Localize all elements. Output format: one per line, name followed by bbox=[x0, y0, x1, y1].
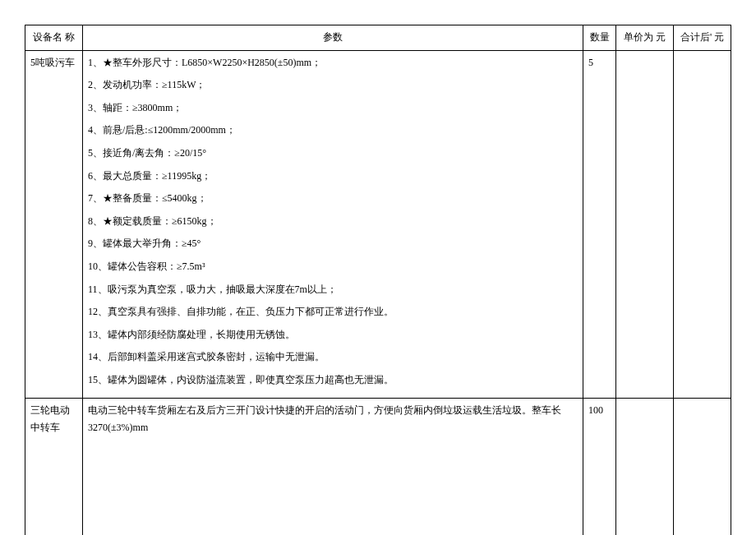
equipment-unit-price bbox=[616, 50, 674, 398]
param-line: 12、真空泵具有强排、自排功能，在正、负压力下都可正常进行作业。 bbox=[88, 303, 578, 321]
equipment-total bbox=[674, 398, 731, 535]
header-name: 设备名 称 bbox=[25, 25, 83, 51]
param-line: 10、罐体公告容积：≥7.5m³ bbox=[88, 258, 578, 276]
equipment-qty: 5 bbox=[583, 50, 616, 398]
equipment-params: 电动三轮中转车货厢左右及后方三开门设计快捷的开启的活动门，方便向货厢内倒垃圾运载… bbox=[83, 398, 583, 535]
param-line: 8、★额定载质量：≥6150kg； bbox=[88, 213, 578, 231]
equipment-table: 设备名 称 参数 数量 单价为 元 合计后' 元 5吨吸污车 1、★整车外形尺寸… bbox=[25, 25, 731, 535]
param-line-top: 电动三轮中转车货厢左右及后方三开门设计快捷的开启的活动门，方便向货厢内倒垃圾运载… bbox=[88, 402, 578, 437]
param-line: 7、★整备质量：≤5400kg； bbox=[88, 190, 578, 208]
param-line: 4、前悬/后悬:≤1200mm/2000mm； bbox=[88, 122, 578, 140]
table-row: 5吨吸污车 1、★整车外形尺寸：L6850×W2250×H2850(±50)mm… bbox=[25, 50, 731, 398]
param-line: 6、最大总质量：≥11995kg； bbox=[88, 168, 578, 186]
header-total: 合计后' 元 bbox=[674, 25, 731, 51]
param-line: 15、罐体为圆罐体，内设防溢流装置，即使真空泵压力超高也无泄漏。 bbox=[88, 371, 578, 390]
spacer bbox=[88, 442, 578, 535]
param-line: 2、发动机功率：≥115kW； bbox=[88, 76, 578, 95]
param-line: 1、★整车外形尺寸：L6850×W2250×H2850(±50)mm； bbox=[88, 54, 578, 72]
header-params: 参数 bbox=[83, 25, 583, 51]
param-line: 3、轴距：≥3800mm； bbox=[88, 99, 578, 118]
equipment-total bbox=[674, 50, 731, 398]
param-line: 11、吸污泵为真空泵，吸力大，抽吸最大深度在7m以上； bbox=[88, 281, 578, 299]
param-line: 13、罐体内部须经防腐处理，长期使用无锈蚀。 bbox=[88, 326, 578, 344]
table-row: 三轮电动中转车 电动三轮中转车货厢左右及后方三开门设计快捷的开启的活动门，方便向… bbox=[25, 398, 731, 535]
header-unit-price: 单价为 元 bbox=[616, 25, 674, 51]
equipment-unit-price bbox=[616, 398, 674, 535]
equipment-name: 5吨吸污车 bbox=[25, 50, 83, 398]
equipment-qty: 100 bbox=[583, 398, 616, 535]
param-line: 5、接近角/离去角：≥20/15° bbox=[88, 145, 578, 163]
param-line: 14、后部卸料盖采用迷宫式胶条密封，运输中无泄漏。 bbox=[88, 348, 578, 367]
table-header-row: 设备名 称 参数 数量 单价为 元 合计后' 元 bbox=[25, 25, 731, 51]
equipment-params: 1、★整车外形尺寸：L6850×W2250×H2850(±50)mm； 2、发动… bbox=[83, 50, 583, 398]
equipment-name: 三轮电动中转车 bbox=[25, 398, 83, 535]
param-line: 9、罐体最大举升角：≥45° bbox=[88, 235, 578, 253]
header-qty: 数量 bbox=[583, 25, 616, 51]
